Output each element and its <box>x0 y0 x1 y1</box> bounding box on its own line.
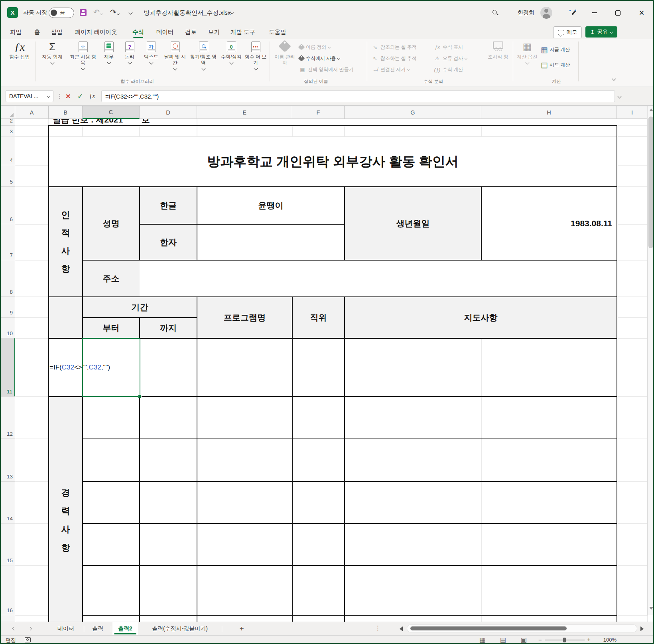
next-sheet-icon[interactable] <box>28 627 32 631</box>
name-manager-button[interactable]: 이름 관리자 <box>273 41 297 66</box>
scroll-left-icon[interactable] <box>400 626 403 631</box>
name-box[interactable]: DATEVAL... <box>6 90 53 102</box>
row-header-17-partial[interactable] <box>1 615 15 622</box>
evaluate-formula-item[interactable]: (ƒ) 수식 계산 <box>434 65 463 74</box>
hangul-label-cell[interactable]: 한글 <box>140 187 197 224</box>
calculation-options-button[interactable]: ▦ 계산 옵션 <box>516 41 538 64</box>
tab-review[interactable]: 검토 <box>185 25 197 39</box>
select-all-corner[interactable] <box>1 106 15 119</box>
position-label-cell[interactable]: 직위 <box>292 297 345 338</box>
name-label-cell[interactable]: 성명 <box>83 187 140 260</box>
math-trig-button[interactable]: θ 수학/삼각 <box>219 41 243 64</box>
error-checking-item[interactable]: ⚠ 오류 검사 <box>434 53 467 63</box>
quick-access-toolbar-icon[interactable] <box>129 11 133 15</box>
sheet-tab-output2[interactable]: 출력2 <box>112 622 138 635</box>
birthdate-value-cell[interactable]: 1983.08.11 <box>481 187 617 260</box>
zoom-level[interactable]: 100% <box>597 637 617 643</box>
column-header-f[interactable]: F <box>292 106 345 119</box>
undo-icon[interactable]: ↶ <box>93 8 102 16</box>
sheet-tab-data[interactable]: 데이터 <box>49 622 83 635</box>
tab-home[interactable]: 홈 <box>34 25 40 39</box>
tab-data[interactable]: 데이터 <box>156 25 174 39</box>
financial-button[interactable]: 재무 <box>99 41 119 64</box>
insert-function-button[interactable]: ƒx 함수 삽입 <box>6 41 33 60</box>
tab-insert[interactable]: 삽입 <box>51 25 63 39</box>
splitter-dots-icon[interactable]: ⋮ <box>375 624 381 632</box>
row-header-14[interactable]: 14 <box>1 482 15 523</box>
tab-help[interactable]: 도움말 <box>269 25 286 39</box>
career-section-cell[interactable]: 경력사항 <box>49 397 83 622</box>
birthdate-label-cell[interactable]: 생년월일 <box>345 187 481 260</box>
save-icon[interactable] <box>80 9 87 16</box>
address-value-cell[interactable] <box>140 260 617 297</box>
row-header-9[interactable]: 9 <box>1 297 15 318</box>
calculate-sheet-item[interactable]: ▤ 시트 계산 <box>541 60 570 69</box>
macro-record-icon[interactable] <box>25 637 31 642</box>
expand-formula-bar-icon[interactable] <box>618 95 622 99</box>
avatar[interactable] <box>540 7 552 19</box>
close-button[interactable]: × <box>635 6 648 19</box>
row-header-3[interactable]: 3 <box>1 126 15 136</box>
share-button[interactable]: ↥ 공유 <box>585 26 617 38</box>
row-header-7[interactable]: 7 <box>1 224 15 260</box>
issue-number-cell[interactable]: 발급 번호 : 제2021 호 <box>53 119 220 125</box>
enter-button[interactable]: ✓ <box>75 90 85 102</box>
column-header-c[interactable]: C <box>83 106 140 119</box>
sheet-tab-output-paste-values[interactable]: 출력(수정시-값붙이기) <box>140 622 220 635</box>
hangul-name-value-cell[interactable]: 윤땡이 <box>197 187 345 224</box>
remove-arrows-item[interactable]: ↮ 연결선 제거 <box>372 65 410 74</box>
to-label-cell[interactable]: 까지 <box>140 318 197 338</box>
empty-header-cell[interactable] <box>49 297 83 338</box>
guidance-label-cell[interactable]: 지도사항 <box>345 297 617 338</box>
logical-button[interactable]: ? 논리 <box>120 41 140 64</box>
formula-input[interactable]: =IF(C32<>"",C32,"") <box>101 90 615 102</box>
minimize-button[interactable] <box>588 6 601 19</box>
hanja-label-cell[interactable]: 한자 <box>140 224 197 260</box>
trace-precedents-item[interactable]: ↘ 참조되는 셀 추적 <box>372 42 417 52</box>
create-from-selection-item[interactable]: ▦ 선택 영역에서 만들기 <box>299 65 354 74</box>
row-header-5[interactable]: 5 <box>1 165 15 187</box>
maximize-button[interactable] <box>611 6 624 19</box>
trace-dependents-item[interactable]: ↖ 참조하는 셀 추적 <box>372 53 417 63</box>
tab-formulas[interactable]: 수식 <box>132 25 144 39</box>
row-header-13[interactable]: 13 <box>1 439 15 482</box>
row-header-8[interactable]: 8 <box>1 260 15 297</box>
horizontal-scrollbar[interactable] <box>407 624 637 632</box>
row-header-11[interactable]: 11 <box>1 338 15 397</box>
row-header-4[interactable]: 4 <box>1 136 15 165</box>
tab-view[interactable]: 보기 <box>208 25 220 39</box>
scroll-up-icon[interactable] <box>649 109 653 111</box>
address-label-cell[interactable]: 주소 <box>83 260 140 297</box>
personal-info-section-cell[interactable]: 인적사항 <box>49 187 83 297</box>
zoom-out-icon[interactable]: − <box>538 636 542 643</box>
show-formulas-item[interactable]: ƒx 수식 표시 <box>434 42 463 52</box>
row-header-12[interactable]: 12 <box>1 397 15 439</box>
autosave-toggle[interactable]: 끔 <box>49 8 74 18</box>
form-title-cell[interactable]: 방과후학교 개인위탁 외부강사 활동 확인서 <box>49 136 617 187</box>
normal-view-icon[interactable]: ▦ <box>479 636 485 644</box>
date-time-button[interactable]: 날짜 및 시간 <box>163 41 187 70</box>
column-header-b[interactable]: B <box>49 106 83 119</box>
tab-developer[interactable]: 개발 도구 <box>230 25 255 39</box>
document-title[interactable]: 방과후강사활동확인서_수정.xlsx <box>144 9 230 17</box>
vertical-scroll-thumb[interactable] <box>648 117 653 248</box>
column-header-h[interactable]: H <box>481 106 617 119</box>
page-break-view-icon[interactable]: ▣ <box>521 636 527 644</box>
prev-sheet-icon[interactable] <box>12 627 16 631</box>
horizontal-scroll-thumb[interactable] <box>410 626 567 630</box>
active-cell-border[interactable] <box>82 338 140 397</box>
row-header-6[interactable]: 6 <box>1 187 15 224</box>
more-functions-button[interactable]: ••• 함수 더 보기 <box>244 41 267 70</box>
redo-icon[interactable]: ↷ <box>110 8 119 16</box>
row-header-15[interactable]: 15 <box>1 523 15 565</box>
column-header-g[interactable]: G <box>345 106 481 119</box>
lookup-reference-button[interactable]: 찾기/참조 영역 <box>188 41 219 70</box>
column-header-d[interactable]: D <box>140 106 197 119</box>
calculate-now-item[interactable]: ▦ 지금 계산 <box>541 45 570 54</box>
tab-file[interactable]: 파일 <box>10 25 22 39</box>
comments-button[interactable]: 메모 <box>553 26 582 38</box>
cancel-button[interactable]: × <box>63 90 73 102</box>
insert-function-fx-button[interactable]: ƒx <box>87 90 97 102</box>
autosum-button[interactable]: Σ 자동 합계 <box>37 41 68 64</box>
vertical-scrollbar[interactable] <box>647 106 654 615</box>
